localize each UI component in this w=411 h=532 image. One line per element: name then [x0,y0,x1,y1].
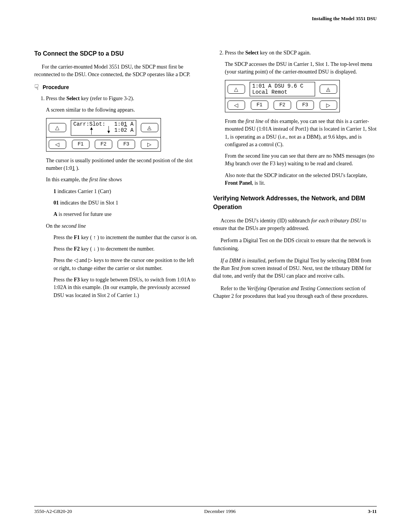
heading-connect-sdcp: To Connect the SDCP to a DSU [34,49,198,58]
page: Installing the Model 3551 DSU To Connect… [0,0,411,532]
step2-after: The SDCP accesses the DSU in Carrier 1, … [225,61,377,76]
menu-key-icon: ◬ [141,123,158,132]
s2bold: Select [245,50,258,56]
rp3a: Also note that the SDCP indicator on the… [225,173,367,178]
second-line-intro: On the second line [46,222,198,230]
right-column: Press the Select key on the SDCP again. … [213,49,377,305]
step1-text-b: key (refer to Figure 3-2). [80,96,134,101]
b3b: A [53,211,57,217]
rp2i: Msg [225,161,234,166]
v1a: Access the DSU's identity (ID) subbranch [221,218,311,224]
ex-intro-b: shows [107,177,122,182]
f1-key: F1 [72,140,89,149]
sl-a: On the [46,223,62,229]
right-p2: From the second line you can see that th… [225,152,377,168]
running-head: Installing the Model 3551 DSU [34,15,377,22]
cursor-paragraph: The cursor is usually positioned under t… [46,157,198,173]
example-intro: In this example, the first line shows [46,176,198,184]
lcd1-line2-right: 1:02 A [114,127,133,134]
pf2a: Press the [53,246,74,252]
f2-key-2: F2 [274,101,291,110]
pf2c: key ( ↓ ) to decrement the number. [80,246,155,252]
procedure-list-cont: Press the Select key on the SDCP again. [213,49,377,57]
intro-paragraph: For the carrier-mounted Model 3551 DSU, … [34,63,198,79]
pf3a: Press the [53,277,74,283]
verify-p3: If a DBM is installed, perform the Digit… [213,257,377,280]
lcd2-screen: 1:01 A DSU 9.6 C Local Remot [250,82,315,96]
up-key-icon-2: △ [228,85,245,94]
press-f2: Press the F2 key ( ↓ ) to decrement the … [53,245,198,253]
b2b: 01 [53,200,59,206]
rp1i: first line [245,118,263,124]
f3-key-2: F3 [296,101,314,110]
v4a: Refer to the [221,286,247,291]
s2b: key on the SDCP again. [258,50,311,56]
b2t: indicates the DSU in Slot 1 [59,200,118,206]
footer-page: 3-11 [368,508,377,515]
f3-key: F3 [118,140,135,149]
heading-verify: Verifying Network Addresses, the Network… [213,194,377,211]
procedure-list: Press the Select key (refer to Figure 3-… [34,95,198,102]
lcd2-line1: 1:01 A DSU 9.6 C [252,83,303,89]
step1-details: A screen similar to the following appear… [46,106,198,299]
lcd1-line1-left: Carr:Slot: [73,121,105,127]
pf3b: F3 [74,277,80,283]
cursor-p-underline: 1 [72,165,75,171]
lcd1-screen: Carr:Slot: 1:01 A ▲│ │▼ 1:02 A [71,120,136,136]
v3i: If a DBM is installed, [221,258,267,264]
ex-intro-i: first line [89,177,107,182]
pf1c: key ( ↑ ) to increment the number that t… [80,235,198,240]
f2-key: F2 [95,140,112,149]
rp2a: From the second line you can see that th… [225,153,374,159]
step1-after: A screen similar to the following appear… [46,106,198,114]
step2-details: The SDCP accesses the DSU in Carrier 1, … [225,61,377,187]
b3t: is reserved for future use [57,211,112,217]
f1-key-2: F1 [251,101,268,110]
step1-bold: Select [66,96,80,101]
rp1a: From the [225,118,245,124]
up-key-icon: △ [49,123,66,132]
procedure-label: Procedure [43,83,69,91]
menu-key-icon-2: ◬ [320,85,337,94]
b1t: indicates Carrier 1 (Carr) [56,189,111,194]
ex-intro-a: In this example, the [46,177,89,182]
left-key-icon: ◁ [49,140,66,149]
bullet-3: A is reserved for future use [53,211,198,218]
page-footer: 3550-A2-GB20-20 December 1996 3-11 [34,506,377,515]
right-key-icon: ▷ [141,140,158,149]
cursor-p-a: The cursor is usually positioned under t… [46,158,193,171]
pf1a: Press the [53,235,74,240]
rp3b: , is lit. [252,180,265,186]
v3i2: Run Test from [221,265,251,271]
hand-icon: ☟ [34,83,39,91]
procedure-step-2: Press the Select key on the SDCP again. [225,49,377,57]
sl-i: second line [62,223,86,229]
lcd1-line1-right: 1:01 A [114,121,133,127]
bullet-1: 1 indicates Carrier 1 (Carr) [53,188,198,195]
footer-date: December 1996 [204,508,236,515]
pf2b: F2 [74,246,80,252]
right-key-icon-2: ▷ [320,101,337,110]
lcd-figure-2: △ 1:01 A DSU 9.6 C Local Remot ◬ [225,80,340,112]
step1-text-a: Press the [46,96,67,101]
second-line-actions: Press the F1 key ( ↑ ) to increment the … [53,234,198,299]
rp2b: branch over the F3 key) waiting to be re… [234,161,353,166]
procedure-step-1: Press the Select key (refer to Figure 3-… [46,95,198,102]
lcd2-line2: Local Remot [252,89,287,95]
lcd1-arrows: ▲│ │▼ [89,127,112,134]
right-p3: Also note that the SDCP indicator on the… [225,172,377,187]
left-key-icon-2: ◁ [228,101,245,110]
rp3bold: Front Panel [225,180,252,186]
press-f1: Press the F1 key ( ↑ ) to increment the … [53,234,198,241]
v4i: Verifying Operation and Testing Connecti… [247,286,343,291]
content-columns: To Connect the SDCP to a DSU For the car… [34,49,377,305]
first-line-bullets: 1 indicates Carrier 1 (Carr) 01 indicate… [53,188,198,219]
footer-doc: 3550-A2-GB20-20 [34,508,72,515]
left-column: To Connect the SDCP to a DSU For the car… [34,49,198,305]
s2a: Press the [225,50,245,56]
cursor-p-b: ). [75,165,80,171]
verify-p1: Access the DSU's identity (ID) subbranch… [213,217,377,233]
verify-p4: Refer to the Verifying Operation and Tes… [213,285,377,300]
procedure-row: ☟ Procedure [34,83,198,91]
press-f3: Press the F3 key to toggle between DSUs,… [53,276,198,299]
